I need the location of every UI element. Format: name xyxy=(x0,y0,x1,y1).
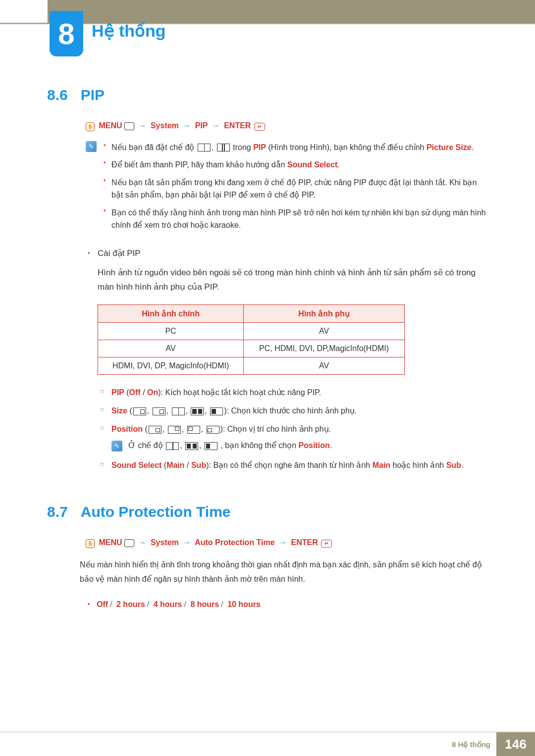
option: 2 hours xyxy=(116,600,145,608)
main-label: Main xyxy=(166,461,184,469)
apt-options: Off/ 2 hours/ 4 hours/ 8 hours/ 10 hours xyxy=(86,598,488,611)
option: 10 hours xyxy=(227,600,261,608)
pip-label: PIP xyxy=(111,388,124,397)
table-header-row: Hình ảnh chính Hình ảnh phụ xyxy=(98,304,405,322)
pip-table: Hình ảnh chính Hình ảnh phụ PC AV AV PC,… xyxy=(98,304,405,375)
position-icon xyxy=(168,426,181,434)
menu-path-apt: ✋ MENU → System → Auto Protection Time →… xyxy=(86,538,488,548)
section-title: PIP xyxy=(81,87,105,103)
inline-note-position: ✎ Ở chế độ , , , bạn không thể chọn Posi… xyxy=(111,441,488,452)
note-icon: ✎ xyxy=(86,141,97,152)
menu-icon xyxy=(124,122,134,130)
footer-chapter-label: 8 Hệ thống xyxy=(452,740,490,749)
enter-icon: ↵ xyxy=(321,540,332,548)
enter-label: ENTER xyxy=(291,538,318,547)
sub-label: Sub xyxy=(446,461,461,469)
arrow-icon: → xyxy=(138,121,146,130)
layout-icon xyxy=(166,442,179,450)
bullet-pip-settings: Cài đặt PIP xyxy=(86,247,488,261)
note-item: Bạn có thể thấy rằng hình ảnh trong màn … xyxy=(104,206,488,232)
off-label: Off xyxy=(129,388,141,397)
size-icon xyxy=(133,407,146,415)
section-heading-pip: 8.6 PIP xyxy=(47,87,488,103)
size-icon xyxy=(210,407,223,415)
text: : Bạn có thể chọn nghe âm thanh từ hình … xyxy=(209,461,372,469)
section-number: 8.6 xyxy=(47,87,68,103)
table-header: Hình ảnh phụ xyxy=(244,304,405,322)
text: : Chọn kích thước cho hình ảnh phụ. xyxy=(227,406,357,415)
chapter-title: Hệ thống xyxy=(92,21,166,41)
option: Off xyxy=(97,600,108,608)
path-system: System xyxy=(151,538,179,547)
remote-icon: ✋ xyxy=(86,122,95,131)
sound-select-label: Sound Select xyxy=(287,160,337,169)
text: : Chọn vị trí cho hình ảnh phụ. xyxy=(223,425,331,433)
size-icon xyxy=(172,407,185,415)
enter-icon: ↵ xyxy=(254,123,265,131)
position-icon xyxy=(149,426,161,434)
arrow-icon: → xyxy=(212,121,220,130)
position-icon xyxy=(187,426,200,434)
path-system: System xyxy=(151,121,179,130)
position-label: Position xyxy=(299,441,330,450)
main-label: Main xyxy=(373,461,390,469)
sub-bullet-size: Size (, , , , ): Chọn kích thước cho hìn… xyxy=(98,404,488,417)
table-cell: AV xyxy=(98,340,244,357)
menu-label: MENU xyxy=(99,121,122,130)
option: 4 hours xyxy=(154,600,182,608)
table-cell: HDMI, DVI, DP, MagicInfo(HDMI) xyxy=(98,357,244,374)
table-cell: PC xyxy=(98,322,244,340)
footer-page-number: 146 xyxy=(496,732,535,756)
table-cell: AV xyxy=(244,357,405,374)
sub-label: Sub xyxy=(191,461,206,469)
arrow-icon: → xyxy=(183,538,191,547)
pip-label: PIP xyxy=(253,143,266,151)
menu-label: MENU xyxy=(99,538,122,547)
menu-icon xyxy=(124,539,134,547)
remote-icon: ✋ xyxy=(86,539,95,548)
page-footer: 8 Hệ thống 146 xyxy=(0,731,535,756)
text: Nếu bạn đã đặt chế độ xyxy=(111,143,197,151)
layout-icon xyxy=(217,144,230,151)
table-row: HDMI, DVI, DP, MagicInfo(HDMI) AV xyxy=(98,357,405,374)
note-item: Nếu bạn đã đặt chế độ , trong PIP (Hình … xyxy=(104,141,488,154)
size-icon xyxy=(191,407,204,415)
arrow-icon: → xyxy=(279,538,287,547)
apt-body-text: Nếu màn hình hiển thị ảnh tĩnh trong kho… xyxy=(80,558,488,587)
layout-icon xyxy=(205,442,217,450)
table-row: AV PC, HDMI, DVI, DP,MagicInfo(HDMI) xyxy=(98,340,405,357)
path-item: Auto Protection Time xyxy=(195,538,275,547)
note-item: Nếu bạn tắt sản phẩm trong khi đang xem … xyxy=(104,176,488,202)
enter-label: ENTER xyxy=(224,121,251,130)
text: Để biết âm thanh PIP, hãy tham khảo hướn… xyxy=(111,160,287,169)
chapter-number-badge: 8 xyxy=(50,11,83,56)
layout-icon xyxy=(185,442,198,450)
note-item: Để biết âm thanh PIP, hãy tham khảo hướn… xyxy=(104,158,488,171)
sub-bullet-pip: PIP (Off / On): Kích hoạt hoặc tắt kích … xyxy=(98,386,488,399)
page-content: 8.6 PIP ✋ MENU → System → PIP → ENTER ↵ … xyxy=(47,87,488,611)
size-label: Size xyxy=(111,406,127,415)
option: 8 hours xyxy=(190,600,219,608)
section-title: Auto Protection Time xyxy=(81,504,231,520)
picture-size-label: Picture Size xyxy=(427,143,472,151)
size-icon xyxy=(153,407,165,415)
table-header: Hình ảnh chính xyxy=(98,304,244,322)
text: (Hình trong Hình), bạn không thể điều ch… xyxy=(268,143,427,151)
table-row: PC AV xyxy=(98,322,405,340)
header-bar-cutout xyxy=(0,0,48,23)
layout-icon xyxy=(198,144,211,151)
on-label: On xyxy=(147,388,158,397)
sound-select-label: Sound Select xyxy=(111,461,161,469)
path-item: PIP xyxy=(195,121,208,130)
text: trong xyxy=(233,143,253,151)
text: : Kích hoạt hoặc tắt kích hoạt chức năng… xyxy=(161,388,321,397)
text: , bạn không thể chọn xyxy=(220,441,298,450)
text: hoặc hình ảnh xyxy=(390,461,446,469)
note-text: Ở chế độ , , , bạn không thể chọn Positi… xyxy=(128,441,332,450)
note-block: ✎ Nếu bạn đã đặt chế độ , trong PIP (Hìn… xyxy=(86,141,488,237)
section-number: 8.7 xyxy=(47,504,68,520)
table-cell: PC, HDMI, DVI, DP,MagicInfo(HDMI) xyxy=(244,340,405,357)
note-list: Nếu bạn đã đặt chế độ , trong PIP (Hình … xyxy=(104,141,488,237)
section-heading-apt: 8.7 Auto Protection Time xyxy=(47,504,488,520)
paragraph-pip-desc: Hình ảnh từ nguồn video bên ngoài sẽ có … xyxy=(98,266,488,295)
